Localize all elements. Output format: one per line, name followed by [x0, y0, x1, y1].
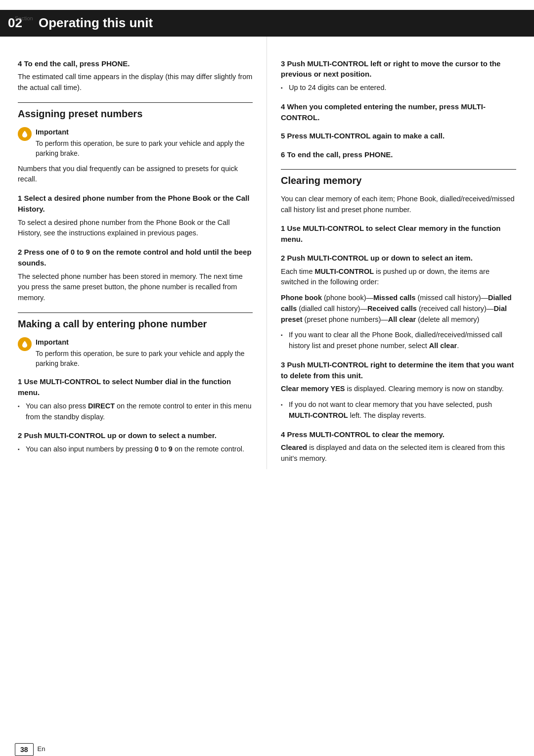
content-area: 4 To end the call, press PHONE. The esti…	[0, 37, 534, 489]
making-important-box: Important To perform this operation, be …	[18, 337, 253, 369]
step4-call-end: 4 To end the call, press PHONE. The esti…	[18, 58, 253, 93]
making-section-title: Making a call by entering phone number	[18, 318, 253, 330]
missed-calls-bold: Missed calls	[373, 294, 415, 302]
multi-control-bold-2: MULTI-CONTROL	[289, 411, 348, 419]
making-important-text: To perform this operation, be sure to pa…	[36, 349, 253, 369]
assigning-section: Assigning preset numbers Important To pe…	[18, 108, 253, 304]
assigning-body: Numbers that you dial frequently can be …	[18, 164, 253, 185]
left-column: 4 To end the call, press PHONE. The esti…	[0, 37, 267, 469]
page-wrapper: Section 02 Operating this unit 4 To end …	[0, 10, 534, 756]
making-step1-bullet1: You can also press DIRECT on the remote …	[18, 401, 253, 423]
right-step3-bullet1: Up to 24 digits can be entered.	[281, 83, 516, 93]
clearing-step2-bullets: If you want to clear all the Phone Book,…	[281, 330, 516, 352]
assigning-step1-heading: 1 Select a desired phone number from the…	[18, 193, 253, 215]
right-step3-bullets: Up to 24 digits can be entered.	[281, 83, 516, 93]
clearing-divider	[281, 169, 516, 170]
phone-book-bold: Phone book	[281, 294, 322, 302]
right-step4-heading: 4 When you completed entering the number…	[281, 101, 516, 123]
clearing-step4-heading: 4 Press MULTI-CONTROL to clear the memor…	[281, 429, 516, 440]
clearing-section: Clearing memory You can clear memory of …	[281, 175, 516, 464]
0-to-9-bold: 0	[155, 445, 159, 453]
clearing-step1-heading: 1 Use MULTI-CONTROL to select Clear memo…	[281, 223, 516, 245]
assigning-important-label: Important	[36, 127, 253, 137]
page-header: 02 Operating this unit	[0, 10, 534, 37]
making-section: Making a call by entering phone number I…	[18, 318, 253, 455]
clearing-step2-body: Each time MULTI-CONTROL is pushed up or …	[281, 267, 516, 288]
making-step2-heading: 2 Push MULTI-CONTROL up or down to selec…	[18, 430, 253, 441]
clearing-step3-heading: 3 Push MULTI-CONTROL right to determine …	[281, 359, 516, 381]
assigning-step2-body: The selected phone number has been store…	[18, 271, 253, 304]
assigning-important-text: To perform this operation, be sure to pa…	[36, 138, 253, 159]
making-step2-bullets: You can also input numbers by pressing 0…	[18, 444, 253, 455]
right-column: 3 Push MULTI-CONTROL left or right to mo…	[267, 37, 534, 469]
making-divider	[18, 312, 253, 313]
making-important-content: Important To perform this operation, be …	[36, 337, 253, 369]
assigning-important-box: Important To perform this operation, be …	[18, 127, 253, 159]
9-bold: 9	[169, 445, 173, 453]
section-label: Section	[15, 15, 33, 23]
assigning-section-title: Assigning preset numbers	[18, 108, 253, 120]
assigning-step1-body: To select a desired phone number from th…	[18, 218, 253, 239]
right-step6-heading: 6 To end the call, press PHONE.	[281, 149, 516, 160]
clearing-section-title: Clearing memory	[281, 175, 516, 187]
clear-memory-yes-bold: Clear memory YES	[281, 385, 345, 393]
step4-call-end-heading: 4 To end the call, press PHONE.	[18, 58, 253, 69]
all-clear-inline-bold: All clear	[429, 342, 457, 350]
clearing-intro: You can clear memory of each item; Phone…	[281, 194, 516, 216]
language-label: En	[38, 745, 45, 754]
clearing-step3-bullets: If you do not want to clear memory that …	[281, 400, 516, 421]
making-step2-bullet1: You can also input numbers by pressing 0…	[18, 444, 253, 455]
making-important-icon	[18, 337, 32, 351]
section-title: Operating this unit	[39, 14, 153, 33]
cleared-bold: Cleared	[281, 444, 307, 451]
making-step1-heading: 1 Use MULTI-CONTROL to select Number dia…	[18, 376, 253, 398]
clearing-step4-body: Cleared is displayed and data on the sel…	[281, 443, 516, 464]
clearing-items-list: Phone book (phone book)—Missed calls (mi…	[281, 293, 516, 325]
direct-bold: DIRECT	[88, 402, 115, 410]
assigning-step2-heading: 2 Press one of 0 to 9 on the remote cont…	[18, 247, 253, 268]
section-divider	[18, 102, 253, 103]
making-step1-bullets: You can also press DIRECT on the remote …	[18, 401, 253, 423]
right-step3-heading: 3 Push MULTI-CONTROL left or right to mo…	[281, 58, 516, 80]
clearing-step3-body: Clear memory YES is displayed. Clearing …	[281, 384, 516, 395]
assigning-important-content: Important To perform this operation, be …	[36, 127, 253, 159]
right-step5-heading: 5 Press MULTI-CONTROL again to make a ca…	[281, 131, 516, 141]
clearing-step3-bullet1: If you do not want to clear memory that …	[281, 400, 516, 421]
important-icon	[18, 127, 32, 141]
step4-call-end-body: The estimated call time appears in the d…	[18, 72, 253, 93]
making-important-label: Important	[36, 337, 253, 348]
clearing-step2-bullet1: If you want to clear all the Phone Book,…	[281, 330, 516, 352]
all-clear-bold: All clear	[388, 315, 416, 323]
multi-control-bold-1: MULTI-CONTROL	[315, 267, 374, 275]
page-footer: 38 En	[15, 743, 45, 756]
page-number: 38	[15, 743, 34, 756]
clearing-step2-heading: 2 Push MULTI-CONTROL up or down to selec…	[281, 253, 516, 264]
received-bold: Received calls	[367, 305, 417, 312]
